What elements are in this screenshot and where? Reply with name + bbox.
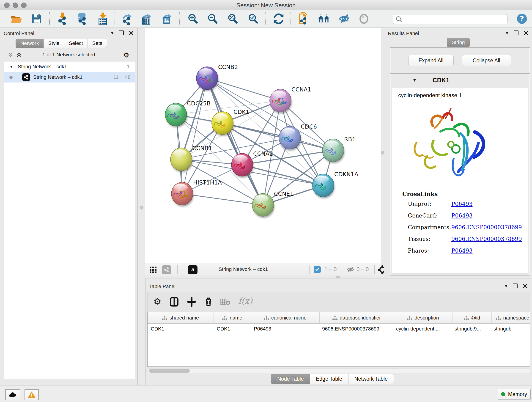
collapse-all-button[interactable]: Collapse All [462,55,511,66]
column-header-database-identifier[interactable]: database identifier [320,313,394,323]
open-folder-button[interactable] [10,13,23,25]
tab-style[interactable]: Style [44,39,64,48]
save-icon [32,13,42,24]
delete-column-icon[interactable] [204,297,213,307]
edge-CCNB2-CCNE1[interactable] [207,78,263,205]
node-RB1[interactable]: RB1 [322,136,355,163]
homes-button[interactable] [317,13,330,25]
import-table-button[interactable] [96,13,109,25]
network-canvas[interactable]: CCNB2 CCNA1 CDC25B CDK1 CDC6 RB1 CCNB1 [145,28,381,263]
column-tree-icon [332,316,337,320]
collapse-panel-icon[interactable]: ▾ [505,284,507,288]
import-database-button[interactable] [75,13,88,25]
import-network-button[interactable] [56,13,69,25]
table-row[interactable]: CDK1CDK1P064939606.ENSP00000378699cyclin… [147,324,530,334]
close-panel-icon[interactable] [524,31,528,35]
export-table-button[interactable] [140,13,153,25]
node-CDKN1A[interactable]: CDKN1A [312,171,358,198]
table-cell[interactable]: stringdb [490,324,530,334]
close-panel-icon[interactable] [523,284,527,288]
node-CCNE1[interactable]: CCNE1 [252,191,293,218]
node-label-CCNA2: CCNA2 [253,150,273,157]
column-header-canonical-name[interactable]: canonical name [251,313,320,323]
status-bar: Memory [0,385,532,402]
expand-triangle-icon[interactable]: ▾ [10,64,12,69]
zoom-fit-button[interactable] [226,13,239,25]
tab-node-table[interactable]: Node Table [271,374,310,384]
crosslink-link[interactable]: P06493 [451,212,473,219]
network-row-selected[interactable]: String Network – cdk1 11 48 [4,72,135,83]
help-button[interactable]: ? [515,13,528,25]
save-button[interactable] [30,13,43,25]
float-panel-icon[interactable] [514,31,519,35]
edge-HIST1H1A-CCNE1[interactable] [182,194,263,205]
grid-view-icon[interactable] [149,266,157,274]
hide-eye-button[interactable] [337,13,350,25]
vertical-splitter-handle[interactable] [140,206,143,210]
export-image-button[interactable] [160,13,173,25]
float-panel-icon[interactable] [513,283,518,288]
zoom-selected-button[interactable] [247,13,260,25]
table-cell[interactable]: P06493 [251,324,319,334]
column-header-name[interactable]: name [214,313,251,323]
node-CDC6[interactable]: CDC6 [279,123,317,151]
refresh-button[interactable] [272,13,285,25]
network-share-view-icon[interactable] [162,265,171,274]
table-horizontal-scrollbar[interactable] [147,368,530,373]
crosslink-link[interactable]: P06493 [451,248,473,254]
add-column-icon[interactable] [187,297,196,307]
tab-edge-table[interactable]: Edge Table [310,374,348,384]
search-box[interactable] [393,14,507,24]
crosslink-link[interactable]: 9606.ENSP00000378699 [451,224,522,230]
node-CCNB1[interactable]: CCNB1 [171,145,212,172]
string-network-graph[interactable]: CCNB2 CCNA1 CDC25B CDK1 CDC6 RB1 CCNB1 [145,28,381,263]
collapse-panel-icon[interactable]: ▾ [111,31,114,35]
scrollbar-thumb[interactable] [149,369,190,373]
panel-gear-icon[interactable]: ⚙ [123,51,129,59]
tab-network[interactable]: Network [16,39,44,48]
collapse-panel-icon[interactable]: ▾ [506,31,508,35]
show-columns-icon[interactable] [170,297,179,307]
tab-string[interactable]: String [447,38,469,47]
gene-section-header[interactable]: ▼ CDK1 [390,74,530,88]
column-header-namespace[interactable]: namespace [492,313,530,323]
export-network-button[interactable] [120,13,133,25]
node-CCNB2[interactable]: CCNB2 [196,64,238,91]
tab-network-table[interactable]: Network Table [348,374,394,384]
zoom-in-button[interactable] [186,13,199,25]
network-collection-row[interactable]: ▾ String Network – cdk1 1 [4,61,135,72]
table-settings-gear-icon[interactable]: ⚙ [153,297,161,306]
crosslink-link[interactable]: P06493 [451,201,473,207]
table-cell[interactable]: CDK1 [147,324,214,334]
column-header--id[interactable]: @id [452,313,492,323]
node-CCNA2[interactable]: CCNA2 [231,150,273,178]
edge-CCNB2-HIST1H1A[interactable] [182,78,207,194]
crosslink-link[interactable]: 9606.ENSP00000378699 [451,236,522,242]
tab-select[interactable]: Select [64,39,88,48]
table-cell[interactable]: 9606.ENSP00000378699 [319,324,393,334]
network-node-count: 11 [114,74,119,80]
column-header-shared-name[interactable]: shared name [147,313,214,323]
column-header-description[interactable]: description [394,313,452,323]
cloud-button[interactable] [5,389,20,400]
selected-checkbox-icon[interactable] [314,266,321,273]
table-cell[interactable]: cyclin-dependent ... [393,324,451,334]
share-document-button[interactable] [297,13,310,25]
table-cell[interactable]: stringdb:9... [451,324,490,334]
search-input[interactable] [404,16,504,22]
float-panel-icon[interactable] [119,31,124,35]
column-tree-icon [162,316,167,320]
memory-button[interactable]: Memory [498,389,531,400]
expand-all-button[interactable]: Expand All [408,55,454,66]
crosslink-label: Pharos: [408,248,451,254]
section-collapse-triangle-icon[interactable]: ▼ [412,78,417,83]
table-cell[interactable]: CDK1 [214,324,251,334]
gray-eye-button[interactable] [357,13,370,25]
tab-sets[interactable]: Sets [88,39,107,48]
zoom-out-button[interactable] [206,13,219,25]
birdseye-view-icon[interactable] [188,265,197,274]
node-HIST1H1A[interactable]: HIST1H1A [171,179,222,207]
node-table: shared namenamecanonical namedatabase id… [147,312,530,367]
warnings-button[interactable] [25,389,39,400]
close-panel-icon[interactable] [129,31,133,35]
